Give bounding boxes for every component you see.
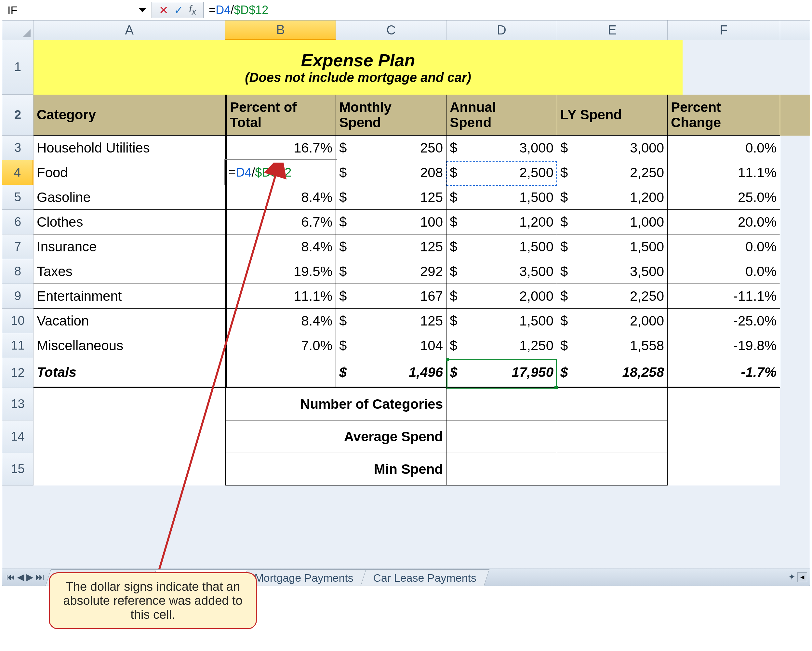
row-header-6[interactable]: 6 (2, 210, 34, 235)
totals-label[interactable]: Totals (34, 358, 225, 388)
cell-E11[interactable]: $1,558 (557, 333, 668, 358)
title-cell[interactable]: Expense Plan (Does not include mortgage … (34, 40, 682, 95)
header-category[interactable]: Category (34, 95, 225, 136)
cell-C7[interactable]: $125 (336, 235, 446, 259)
cell-F10[interactable]: -25.0% (668, 309, 780, 333)
stat-num-categories[interactable]: Number of Categories (225, 388, 446, 421)
cell-B9[interactable]: 11.1% (225, 284, 336, 309)
cell-E4[interactable]: $2,250 (557, 160, 668, 185)
cell-C5[interactable]: $125 (336, 185, 446, 210)
cell-B5[interactable]: 8.4% (225, 185, 336, 210)
row-header-4[interactable]: 4 (2, 160, 34, 185)
header-percent-change[interactable]: PercentChange (668, 95, 780, 136)
row-header-12[interactable]: 12 (2, 358, 34, 388)
cell-F14[interactable] (668, 421, 780, 453)
tab-car-lease-payments[interactable]: Car Lease Payments (361, 569, 489, 585)
scroll-left-icon[interactable]: ◀ (797, 572, 807, 582)
cell-F13[interactable] (668, 388, 780, 421)
cell-D15[interactable] (446, 453, 557, 485)
totals-monthly[interactable]: $1,496 (336, 358, 446, 388)
nav-first-icon[interactable]: ⏮ (6, 572, 15, 582)
cancel-icon[interactable]: ✕ (159, 4, 168, 17)
cell-A7[interactable]: Insurance (34, 235, 225, 259)
cell-C11[interactable]: $104 (336, 333, 446, 358)
cell-C6[interactable]: $100 (336, 210, 446, 235)
cell-A15[interactable] (34, 453, 225, 485)
cell-C10[interactable]: $125 (336, 309, 446, 333)
totals-ly[interactable]: $18,258 (557, 358, 668, 388)
cell-F8[interactable]: 0.0% (668, 259, 780, 284)
cell-F11[interactable]: -19.8% (668, 333, 780, 358)
cell-E13[interactable] (557, 388, 668, 421)
insert-sheet-icon[interactable]: ✦ (788, 572, 795, 582)
row-header-13[interactable]: 13 (2, 388, 34, 421)
cell-A10[interactable]: Vacation (34, 309, 225, 333)
row-header-3[interactable]: 3 (2, 136, 34, 160)
totals-pct[interactable] (225, 358, 336, 388)
cell-C3[interactable]: $250 (336, 136, 446, 160)
cell-D7[interactable]: $1,500 (446, 235, 557, 259)
row-header-11[interactable]: 11 (2, 333, 34, 358)
cell-A13[interactable] (34, 388, 225, 421)
col-header-E[interactable]: E (557, 20, 668, 40)
cell-F15[interactable] (668, 453, 780, 485)
row-header-15[interactable]: 15 (2, 453, 34, 485)
header-ly-spend[interactable]: LY Spend (557, 95, 668, 136)
cell-F4[interactable]: 11.1% (668, 160, 780, 185)
cell-F3[interactable]: 0.0% (668, 136, 780, 160)
stat-min-spend[interactable]: Min Spend (225, 453, 446, 485)
cell-A6[interactable]: Clothes (34, 210, 225, 235)
cell-A9[interactable]: Entertainment (34, 284, 225, 309)
col-header-D[interactable]: D (446, 20, 557, 40)
cell-E6[interactable]: $1,000 (557, 210, 668, 235)
col-header-C[interactable]: C (336, 20, 446, 40)
chevron-down-icon[interactable] (139, 8, 147, 12)
header-annual-spend[interactable]: AnnualSpend (446, 95, 557, 136)
cell-D5[interactable]: $1,500 (446, 185, 557, 210)
totals-change[interactable]: -1.7% (668, 358, 780, 388)
col-header-B[interactable]: B (225, 20, 336, 40)
select-all-corner[interactable] (2, 20, 34, 40)
nav-prev-icon[interactable]: ◀ (17, 572, 24, 582)
cell-C4[interactable]: $208 (336, 160, 446, 185)
cell-B8[interactable]: 19.5% (225, 259, 336, 284)
cell-D3[interactable]: $3,000 (446, 136, 557, 160)
cell-C9[interactable]: $167 (336, 284, 446, 309)
cell-A5[interactable]: Gasoline (34, 185, 225, 210)
header-monthly-spend[interactable]: MonthlySpend (336, 95, 446, 136)
cell-A14[interactable] (34, 421, 225, 453)
cell-F7[interactable]: 0.0% (668, 235, 780, 259)
cell-D8[interactable]: $3,500 (446, 259, 557, 284)
totals-annual[interactable]: $17,950 (446, 358, 557, 388)
cell-B4-editing[interactable]: =D4/$D$12 (225, 160, 336, 185)
cell-B11[interactable]: 7.0% (225, 333, 336, 358)
cell-B7[interactable]: 8.4% (225, 235, 336, 259)
cell-D14[interactable] (446, 421, 557, 453)
cell-D13[interactable] (446, 388, 557, 421)
row-header-1[interactable]: 1 (2, 40, 34, 95)
cell-E7[interactable]: $1,500 (557, 235, 668, 259)
cell-D4[interactable]: $2,500 (446, 160, 557, 185)
cell-A3[interactable]: Household Utilities (34, 136, 225, 160)
stat-avg-spend[interactable]: Average Spend (225, 421, 446, 453)
cell-D11[interactable]: $1,250 (446, 333, 557, 358)
enter-icon[interactable]: ✓ (174, 4, 183, 17)
name-box[interactable]: IF (2, 2, 152, 18)
header-percent-total[interactable]: Percent ofTotal (225, 95, 336, 136)
row-header-9[interactable]: 9 (2, 284, 34, 309)
cell-B10[interactable]: 8.4% (225, 309, 336, 333)
nav-next-icon[interactable]: ▶ (26, 572, 34, 582)
row-header-7[interactable]: 7 (2, 235, 34, 259)
cell-F6[interactable]: 20.0% (668, 210, 780, 235)
fx-icon[interactable]: fx (189, 3, 196, 17)
row-header-10[interactable]: 10 (2, 309, 34, 333)
cell-E15[interactable] (557, 453, 668, 485)
cell-D6[interactable]: $1,200 (446, 210, 557, 235)
cell-A11[interactable]: Miscellaneous (34, 333, 225, 358)
cell-C8[interactable]: $292 (336, 259, 446, 284)
cell-D9[interactable]: $2,000 (446, 284, 557, 309)
tab-mortgage-payments[interactable]: Mortgage Payments (242, 569, 366, 585)
cell-E8[interactable]: $3,500 (557, 259, 668, 284)
row-header-2[interactable]: 2 (2, 95, 34, 136)
cell-E14[interactable] (557, 421, 668, 453)
